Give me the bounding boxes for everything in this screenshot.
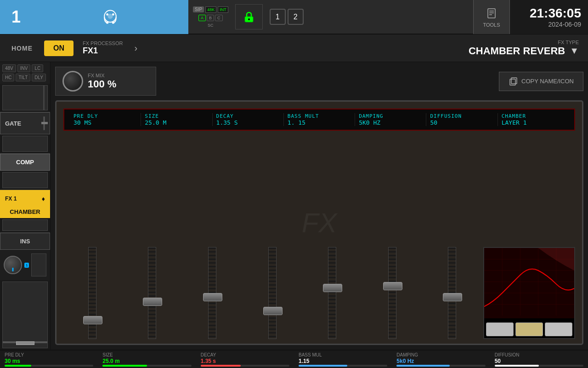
fx1-icon: ♦ (42, 195, 45, 202)
ins-button[interactable]: INS (0, 233, 50, 250)
fx1-chamber-label: CHAMBER (1, 207, 49, 217)
param-pre-dly: PRE DLY 30 MS (70, 113, 141, 126)
status-decay-label: DECAY (201, 352, 216, 357)
channel-2-btn[interactable]: 2 (288, 9, 304, 25)
status-damping: DAMPING 5k0 Hz (396, 352, 485, 367)
param-bass-mult-name: BASS MULT (288, 113, 351, 119)
fader-4-track[interactable] (268, 247, 277, 339)
fader-3-track[interactable] (208, 247, 216, 339)
channel-1-btn[interactable]: 1 (270, 9, 286, 25)
scope-btn-2[interactable] (515, 322, 543, 336)
status-pre-dly: PRE DLY 30 ms (5, 352, 93, 367)
gate-fader-area (2, 136, 48, 152)
scope-display (484, 248, 574, 318)
status-bass-mul: BASS MUL 1.15 (299, 352, 387, 367)
eq-fader-area (2, 85, 48, 110)
bottom-bar: PRE DLY 30 ms SIZE 25.0 m DECAY 1.35 s B… (0, 350, 588, 368)
btn-c[interactable]: C (215, 15, 223, 21)
main-content: 48V INV LC HC TILT DLY GATE COMP (0, 62, 588, 350)
fx-processor-name: FX1 (83, 46, 123, 56)
fader-5[interactable] (303, 247, 361, 339)
copy-name-label: COPY NAME/ICON (521, 78, 574, 85)
fader-5-handle[interactable] (323, 284, 342, 292)
sc-label: SC (208, 23, 214, 28)
gate-button[interactable]: GATE (0, 112, 50, 134)
fader-1-handle[interactable] (83, 316, 102, 324)
scope-area (483, 247, 575, 339)
fader-6-handle[interactable] (383, 282, 402, 290)
btn-inv[interactable]: INV (17, 64, 31, 72)
scope-buttons (484, 321, 574, 338)
status-pre-dly-value: 30 ms (5, 358, 20, 364)
knob-fader (31, 253, 46, 276)
fader-2-track[interactable] (148, 247, 156, 339)
chevron-right-icon[interactable]: › (132, 43, 140, 53)
clock-block: 21:36:05 2024-06-09 (510, 0, 588, 34)
param-chamber-name: CHAMBER (502, 113, 565, 119)
fx1-button[interactable]: FX 1 ♦ (1, 191, 49, 207)
fx-type-name: CHAMBER REVERB (469, 45, 565, 57)
btn-tilt[interactable]: TILT (16, 74, 30, 81)
svg-rect-4 (106, 22, 108, 23)
tools-label: TOOLS (483, 22, 500, 28)
param-chamber: CHAMBER LAYER 1 (498, 113, 569, 126)
lock-icon (243, 11, 255, 23)
fader-4[interactable] (243, 247, 301, 339)
scope-btn-1[interactable] (486, 322, 514, 336)
fader-7-handle[interactable] (443, 293, 462, 301)
param-diffusion-value: 50 (430, 119, 493, 126)
param-size-value: 25.0 M (145, 119, 208, 126)
fx-mix-knob[interactable] (62, 71, 83, 92)
status-pre-dly-slider[interactable] (5, 365, 93, 367)
lock-button[interactable] (235, 4, 263, 29)
status-decay-slider[interactable] (201, 365, 289, 367)
status-damping-value: 5k0 Hz (396, 358, 414, 364)
fader-6[interactable] (363, 247, 421, 339)
fader-6-track[interactable] (388, 247, 396, 339)
top-bar: 1 SIP 48K INT A B C SC (0, 0, 588, 34)
btn-48v[interactable]: 48V (2, 64, 16, 72)
tools-button[interactable]: TOOLS (473, 0, 510, 34)
svg-rect-5 (112, 22, 114, 23)
fader-7-track[interactable] (448, 247, 456, 339)
fader-3-handle[interactable] (203, 293, 222, 301)
fader-1-track[interactable] (88, 247, 96, 339)
svg-point-2 (106, 13, 108, 16)
status-diffusion-slider[interactable] (495, 365, 583, 367)
gate-label: GATE (5, 120, 21, 127)
channel-icon-area (32, 0, 188, 34)
param-damping-value: 5K0 HZ (359, 119, 422, 126)
btn-dly[interactable]: DLY (32, 74, 46, 81)
status-diffusion: DIFFUSION 50 (495, 352, 583, 367)
fx-mix-block: FX MIX 100 % (55, 67, 156, 96)
fader-2[interactable] (124, 247, 181, 339)
btn-lc[interactable]: LC (32, 64, 43, 72)
fader-3[interactable] (183, 247, 241, 339)
fader-5-track[interactable] (328, 247, 336, 339)
comp-button[interactable]: COMP (0, 154, 50, 171)
fader-2-handle[interactable] (143, 298, 162, 306)
param-decay: DECAY 1.35 S (213, 113, 284, 126)
home-button[interactable]: HOME (5, 45, 40, 52)
status-size-value: 25.0 m (102, 358, 119, 364)
status-pre-dly-label: PRE DLY (5, 352, 24, 357)
tools-icon (484, 6, 499, 21)
fader-7[interactable] (423, 247, 481, 339)
copy-name-button[interactable]: COPY NAME/ICON (499, 72, 583, 91)
headphones-icon (99, 6, 121, 28)
status-bass-mul-slider[interactable] (299, 365, 387, 367)
btn-b[interactable]: B (207, 15, 214, 21)
fx-type-dropdown[interactable]: ▼ (570, 46, 579, 56)
status-diffusion-value: 50 (495, 358, 501, 364)
btn-a[interactable]: A (198, 15, 206, 21)
clock-time: 21:36:05 (530, 6, 581, 21)
on-button[interactable]: ON (44, 40, 74, 56)
channel-number[interactable]: 1 (0, 0, 32, 34)
status-damping-slider[interactable] (396, 365, 485, 367)
fader-4-handle[interactable] (263, 307, 283, 315)
scope-btn-3[interactable] (545, 322, 572, 336)
status-size-slider[interactable] (102, 365, 191, 367)
btn-hc[interactable]: HC (2, 74, 14, 81)
fader-1[interactable] (63, 247, 121, 339)
main-knob[interactable] (4, 256, 22, 274)
